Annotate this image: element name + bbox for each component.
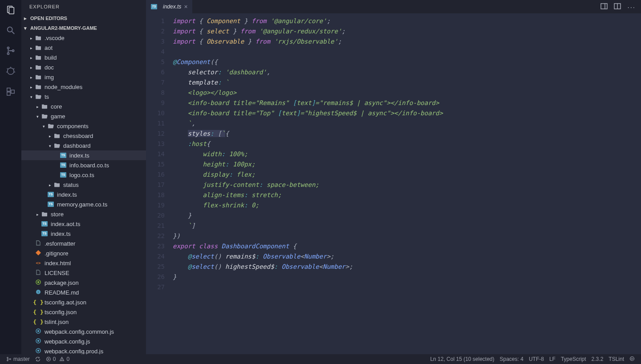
svg-point-39	[631, 358, 632, 359]
project-header[interactable]: ▾ANGULAR2-MEMORY-GAME	[21, 23, 146, 33]
tree-item-label: index.ts	[51, 231, 71, 237]
folder-core[interactable]: ▸core	[21, 101, 146, 111]
folder-status[interactable]: ▸status	[21, 180, 146, 190]
layout-icon[interactable]	[600, 3, 608, 11]
folder-.vscode[interactable]: ▸.vscode	[21, 33, 146, 43]
file-icon: { }	[35, 299, 42, 305]
file-index.ts[interactable]: TSindex.ts	[21, 229, 146, 239]
folder-node_modules[interactable]: ▸node_modules	[21, 82, 146, 92]
search-icon[interactable]	[4, 24, 17, 36]
sync-button[interactable]	[32, 354, 43, 364]
svg-point-2	[8, 27, 12, 32]
file-icon: <>	[35, 260, 42, 266]
svg-point-31	[7, 360, 8, 361]
file-logo.co.ts[interactable]: TSlogo.co.ts	[21, 170, 146, 180]
tree-item-label: dashboard	[63, 142, 90, 149]
indentation[interactable]: Spaces: 4	[497, 356, 526, 362]
file-.gitignore[interactable]: .gitignore	[21, 248, 146, 258]
chevron-icon: ▸	[29, 56, 33, 59]
folder-store[interactable]: ▸store	[21, 209, 146, 219]
file-memory.game.co.ts[interactable]: TSmemory.game.co.ts	[21, 199, 146, 209]
tab-label: index.ts	[163, 4, 181, 10]
chevron-icon: ▸	[36, 105, 39, 108]
eol[interactable]: LF	[547, 356, 558, 362]
open-editors-header[interactable]: ▸OPEN EDITORS	[21, 13, 146, 23]
project-name-label: ANGULAR2-MEMORY-GAME	[30, 25, 97, 31]
file-webpack.config.js[interactable]: webpack.config.js	[21, 336, 146, 346]
tree-item-label: tslint.json	[45, 319, 69, 325]
svg-point-6	[12, 50, 14, 52]
svg-point-25	[38, 350, 39, 351]
tree-item-label: memory.game.co.ts	[57, 201, 107, 208]
more-icon[interactable]: ···	[627, 3, 636, 11]
file-icon: TS	[41, 231, 48, 237]
file-index.html[interactable]: <>index.html	[21, 258, 146, 268]
editor[interactable]: 1234567891011121314151617181920212223242…	[146, 13, 641, 354]
feedback-icon[interactable]	[627, 356, 637, 361]
file-tsconfig.aot.json[interactable]: { }tsconfig.aot.json	[21, 297, 146, 307]
tree-item-label: .gitignore	[45, 250, 68, 257]
git-branch[interactable]: master	[4, 354, 32, 364]
file-LICENSE[interactable]: LICENSE	[21, 268, 146, 278]
file-icon: TS	[41, 221, 48, 227]
file-package.json[interactable]: package.json	[21, 278, 146, 287]
file-tsconfig.json[interactable]: { }tsconfig.json	[21, 307, 146, 317]
folder-doc[interactable]: ▸doc	[21, 62, 146, 72]
tree-item-label: status	[63, 182, 79, 188]
file-index.aot.ts[interactable]: TSindex.aot.ts	[21, 219, 146, 229]
problems[interactable]: 0 0	[43, 354, 72, 364]
svg-rect-1	[9, 8, 14, 14]
sync-icon	[35, 356, 41, 362]
chevron-down-icon: ▾	[24, 25, 28, 31]
error-icon	[46, 356, 51, 362]
file-.esformatter[interactable]: .esformatter	[21, 239, 146, 248]
file-index.ts[interactable]: TSindex.ts	[21, 190, 146, 199]
file-README.md[interactable]: iREADME.md	[21, 287, 146, 297]
language-mode[interactable]: TypeScript	[558, 356, 589, 362]
tree-item-label: index.ts	[57, 191, 77, 198]
svg-point-21	[38, 330, 39, 332]
tree-item-label: .vscode	[45, 35, 65, 41]
svg-point-23	[38, 340, 39, 341]
split-editor-icon[interactable]	[614, 3, 621, 11]
file-index.ts[interactable]: TSindex.ts	[21, 150, 146, 160]
file-webpack.config.common.js[interactable]: webpack.config.common.js	[21, 327, 146, 336]
ts-version[interactable]: 2.3.2	[589, 356, 606, 362]
cursor-position[interactable]: Ln 12, Col 15 (10 selected)	[427, 356, 497, 362]
encoding[interactable]: UTF-8	[526, 356, 547, 362]
svg-rect-14	[7, 92, 10, 95]
file-tslint.json[interactable]: { }tslint.json	[21, 317, 146, 327]
extensions-icon[interactable]	[4, 85, 17, 98]
tree-item-label: logo.co.ts	[69, 172, 94, 178]
close-icon[interactable]: ×	[184, 3, 187, 10]
tree-item-label: game	[51, 113, 65, 120]
tree-item-label: store	[51, 211, 64, 218]
chevron-icon: ▸	[48, 183, 52, 186]
folder-ts[interactable]: ▾ts	[21, 92, 146, 101]
debug-icon[interactable]	[4, 65, 17, 77]
svg-point-17	[38, 281, 39, 283]
folder-aot[interactable]: ▸aot	[21, 43, 146, 53]
tree-item-label: core	[51, 103, 62, 110]
svg-point-4	[7, 47, 9, 49]
folder-icon	[35, 93, 42, 100]
code-content[interactable]: import { Component } from '@angular/core…	[173, 13, 641, 354]
file-webpack.config.prod.js[interactable]: webpack.config.prod.js	[21, 346, 146, 354]
folder-icon	[41, 113, 48, 119]
editor-area: TS index.ts × ··· 1234567891011121314151…	[146, 0, 641, 354]
folder-components[interactable]: ▾components	[21, 121, 146, 131]
folder-icon	[41, 103, 48, 109]
folder-dashboard[interactable]: ▾dashboard	[21, 141, 146, 150]
folder-img[interactable]: ▸img	[21, 72, 146, 82]
folder-game[interactable]: ▾game	[21, 111, 146, 121]
tslint[interactable]: TSLint	[606, 356, 627, 362]
tab-index-ts[interactable]: TS index.ts ×	[146, 0, 192, 13]
file-info.board.co.ts[interactable]: TSinfo.board.co.ts	[21, 160, 146, 170]
folder-icon	[53, 182, 61, 188]
source-control-icon[interactable]	[4, 44, 17, 57]
folder-build[interactable]: ▸build	[21, 53, 146, 62]
folder-chessboard[interactable]: ▸chessboard	[21, 131, 146, 141]
svg-line-3	[12, 32, 15, 34]
file-icon: TS	[47, 191, 54, 198]
explorer-icon[interactable]	[4, 4, 17, 16]
